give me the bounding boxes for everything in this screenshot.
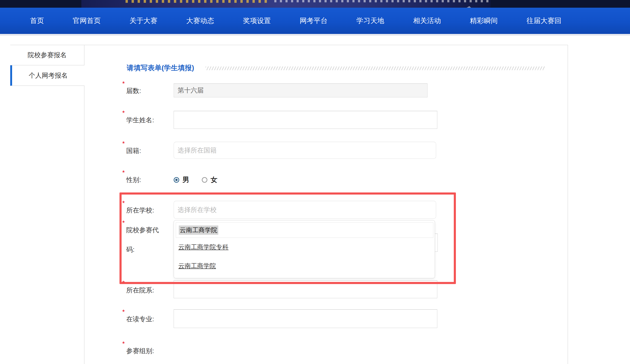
- nav-item-highlights[interactable]: 精彩瞬间: [456, 16, 512, 26]
- department-label: * 所在院系:: [126, 280, 163, 300]
- nav-divider: [0, 34, 630, 36]
- required-asterisk: *: [122, 309, 125, 315]
- school-dropdown-option-2[interactable]: 云南工商学院: [178, 262, 216, 270]
- gender-radio-female[interactable]: [202, 177, 207, 183]
- top-banner-image: [0, 0, 630, 8]
- nav-item-past-events[interactable]: 往届大赛回: [512, 16, 576, 26]
- form-title: 请填写表单(学生填报): [127, 63, 194, 73]
- group-label: * 参赛组别:: [126, 341, 163, 361]
- registration-page: 首页 官网首页 关于大赛 大赛动态 奖项设置 网考平台 学习天地 相关活动 精彩…: [0, 0, 630, 364]
- nav-item-study[interactable]: 学习天地: [342, 16, 399, 26]
- nationality-select[interactable]: [174, 142, 436, 159]
- major-field[interactable]: [174, 310, 437, 328]
- required-asterisk: *: [122, 200, 125, 206]
- nav-item-home[interactable]: 首页: [16, 16, 58, 26]
- gender-female-label: 女: [210, 175, 217, 184]
- required-asterisk: *: [122, 81, 125, 87]
- gender-label: * 性别:: [126, 170, 163, 190]
- required-asterisk: *: [122, 341, 125, 347]
- required-asterisk: *: [122, 110, 125, 116]
- student-name-field[interactable]: [174, 111, 437, 129]
- required-asterisk: *: [122, 141, 125, 147]
- sidebar-empty-panel: [10, 86, 84, 364]
- school-select[interactable]: [174, 201, 436, 219]
- sidebar-item-school-registration[interactable]: 院校参赛报名: [10, 45, 84, 65]
- banner-arc-decoration: [364, 0, 481, 8]
- gender-radio-group: 男 女: [174, 175, 227, 185]
- gender-male-label: 男: [182, 175, 189, 184]
- nav-item-activities[interactable]: 相关活动: [399, 16, 456, 26]
- school-dropdown-option-1[interactable]: 云南工商学院专科: [178, 243, 228, 251]
- school-code-label: * 院校参赛代码:: [126, 220, 163, 260]
- title-hatch-divider: [206, 66, 545, 70]
- nationality-label: * 国籍:: [126, 141, 163, 160]
- nav-item-news[interactable]: 大赛动态: [172, 16, 228, 26]
- required-asterisk: *: [122, 170, 125, 176]
- term-field[interactable]: [174, 84, 428, 98]
- student-name-label: * 学生姓名:: [126, 110, 163, 130]
- school-label: * 所在学校:: [126, 200, 163, 220]
- banner-decoration: [126, 0, 270, 3]
- nav-item-exam-platform[interactable]: 网考平台: [285, 16, 342, 26]
- gender-radio-male[interactable]: [174, 177, 179, 183]
- required-asterisk: *: [122, 280, 125, 286]
- nav-item-official-home[interactable]: 官网首页: [58, 16, 115, 26]
- department-field[interactable]: [174, 280, 437, 298]
- main-nav: 首页 官网首页 关于大赛 大赛动态 奖项设置 网考平台 学习天地 相关活动 精彩…: [0, 8, 630, 34]
- term-label: * 届数:: [126, 81, 163, 101]
- major-label: * 在读专业:: [126, 310, 163, 329]
- nav-item-about[interactable]: 关于大赛: [115, 16, 172, 26]
- sidebar-item-personal-exam-registration[interactable]: 个人网考报名: [10, 65, 84, 86]
- school-dropdown-selected-text: 云南工商学院: [179, 226, 218, 235]
- nav-item-awards[interactable]: 奖项设置: [228, 16, 285, 26]
- required-asterisk: *: [122, 220, 125, 226]
- school-dropdown-selected-item[interactable]: 云南工商学院: [176, 222, 433, 238]
